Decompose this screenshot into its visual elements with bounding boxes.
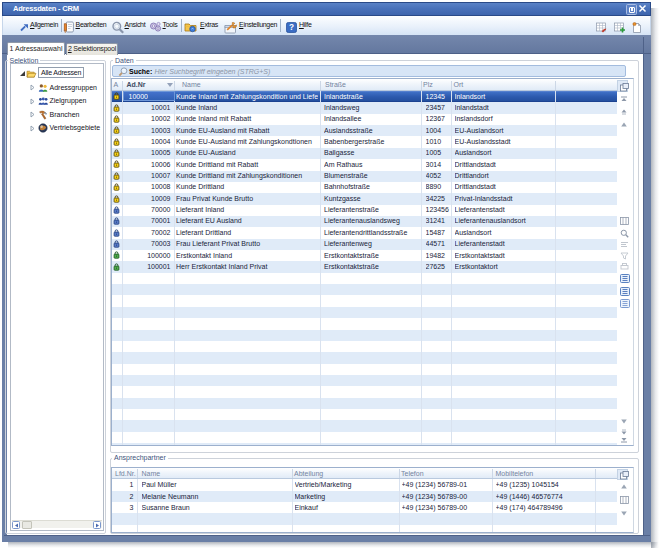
svg-text:?: ?	[289, 23, 294, 32]
